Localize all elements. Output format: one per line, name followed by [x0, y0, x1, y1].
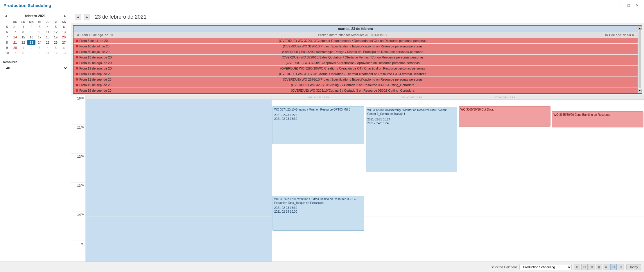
cal-day[interactable]: 6 — [60, 45, 68, 50]
cal-day[interactable]: 4 — [44, 45, 52, 50]
cal-day[interactable]: 8 — [19, 29, 27, 35]
view-icon-2[interactable]: ⊟ — [581, 264, 588, 270]
cal-prev-btn[interactable]: ◄ — [3, 14, 9, 18]
event-title: WO 3374/20/10 Grinding / Moer on Resourc… — [274, 108, 363, 111]
cal-day[interactable]: 4 — [44, 24, 52, 29]
overdue-desc: (OVERDUE) WO 3290/10/Project Specificati… — [122, 45, 583, 48]
overdue-row[interactable]: ◄ From 13 de ago. de 19Broken Interrupti… — [73, 32, 638, 38]
window-restore-btn[interactable]: □ — [626, 3, 632, 8]
cal-day[interactable]: 18 — [44, 35, 52, 40]
cal-day[interactable]: 25 — [44, 40, 52, 45]
overdue-row[interactable]: From 30 de jul. de 20(OVERDUE) WO 3290/1… — [73, 49, 638, 55]
cal-day[interactable]: 21 — [11, 40, 19, 45]
cal-day[interactable]: 12 — [52, 29, 60, 35]
cal-day[interactable]: 11 — [44, 50, 52, 56]
cal-day-vi: VI — [52, 20, 60, 24]
cal-day[interactable]: 2 — [27, 45, 35, 50]
resource-section: Resource All — [3, 60, 68, 71]
event-wo3365-edgebanding[interactable]: WO 3365/50/20 Edge Banding on Resource — [552, 111, 644, 127]
overdue-row[interactable]: From 19 de ago. de 20(OVERDUE) WO 3290/1… — [73, 66, 638, 71]
cal-day[interactable]: 10 — [35, 29, 44, 35]
view-icon-1[interactable]: ⊞ — [574, 264, 580, 270]
cal-day[interactable]: 6 — [60, 24, 68, 29]
cal-day[interactable]: 3 — [35, 24, 44, 29]
cal-day[interactable]: 12 — [52, 50, 60, 56]
ts-col5: 2021-02-23 13:13 — [458, 95, 551, 99]
overdue-row[interactable]: From 11 de sep. de 20(OVERDUE) WO 3112/1… — [73, 71, 638, 77]
cal-day[interactable]: 9 — [27, 29, 35, 35]
cal-week-num: 9 — [3, 45, 11, 50]
scroll-down-btn[interactable]: ▼ — [638, 89, 642, 93]
overdue-row[interactable]: From 19 de ago. de 20(OVERDUE) WO 3290/1… — [73, 60, 638, 66]
cal-day[interactable]: 10 — [35, 50, 44, 56]
cal-next-btn[interactable]: ► — [62, 14, 68, 18]
ts-col6 — [551, 95, 644, 99]
view-icon-7[interactable]: ⊞ — [618, 264, 624, 270]
event-wo3374-grinding[interactable]: WO 3374/20/10 Grinding / Moer on Resourc… — [272, 106, 364, 144]
window-menu-btn[interactable]: ··· — [617, 3, 623, 8]
window-close-btn[interactable]: ✕ — [634, 3, 641, 8]
cal-day[interactable]: 20 — [60, 35, 68, 40]
cal-day[interactable]: 22 — [19, 40, 27, 45]
overdue-desc: (OVERDUE) WO 3203/10/Cutting 2 / Cortado… — [122, 83, 583, 87]
cal-day[interactable]: 3 — [35, 45, 44, 50]
ts-col1 — [86, 95, 179, 99]
cal-day[interactable]: 1 — [19, 45, 27, 50]
today-button[interactable]: Today — [626, 264, 641, 270]
overdue-row[interactable]: From 15 de sep. de 20(OVERDUE) WO 3203/1… — [73, 82, 638, 88]
overdue-row[interactable]: From 16 de jul. de 20(OVERDUE) WO 3290/1… — [73, 44, 638, 49]
cal-day[interactable]: 2 — [27, 24, 35, 29]
cal-day[interactable]: 14 — [11, 35, 19, 40]
view-icon-4[interactable]: ▦ — [596, 264, 602, 270]
cal-day[interactable]: 5 — [52, 45, 60, 50]
cal-day[interactable]: 26 — [52, 40, 60, 45]
cal-day[interactable]: 28 — [11, 45, 19, 50]
view-icon-6-active[interactable]: ⊡ — [610, 264, 617, 270]
cal-day[interactable]: 15 — [19, 35, 27, 40]
hour-line — [551, 158, 644, 158]
overdue-row[interactable]: From 15 de sep. de 20(OVERDUE) WO 3203/1… — [73, 88, 638, 93]
scroll-thumb[interactable] — [638, 30, 641, 88]
cal-day[interactable]: 19 — [52, 35, 60, 40]
data-col-4: WO 3365/80/10 Assembly / Montar on Resou… — [365, 100, 458, 262]
event-wo3365-cutdoor[interactable]: WO 3365/50/10 Cut Door: — [459, 106, 550, 127]
overdue-from: ◄ From 13 de ago. de 19 — [76, 33, 122, 37]
resource-select[interactable]: All — [3, 65, 68, 71]
cal-day[interactable]: 7 — [11, 29, 19, 35]
app-title: Production Scheduling — [3, 3, 51, 8]
date-prev-btn[interactable]: ◄ — [75, 14, 81, 20]
cal-day[interactable]: 24 — [35, 40, 44, 45]
time-cell-arrow: ▼ — [71, 241, 85, 250]
cal-day[interactable]: 1 — [19, 24, 27, 29]
cal-day-ju: JU — [44, 20, 52, 24]
cal-day[interactable]: 8 — [19, 50, 27, 56]
overdue-row[interactable]: From 6 de jul. de 20(OVERDUE) WO 3290/10… — [73, 38, 638, 44]
hour-line — [272, 158, 365, 158]
view-icon-5[interactable]: ≡ — [603, 264, 609, 270]
event-time1: 2021-02-23 13:30 — [274, 206, 363, 210]
view-icon-3[interactable]: ⊠ — [589, 264, 595, 270]
ts-col4: 2021-02-23 10:13 — [365, 95, 458, 99]
cal-day[interactable]: 7 — [11, 50, 19, 56]
overdue-row[interactable]: From 11 de sep. de 20(OVERDUE) WO 2876/1… — [73, 77, 638, 82]
cal-day[interactable]: 5 — [52, 24, 60, 29]
hour-line — [365, 187, 458, 187]
data-columns: WO 3374/20/10 Grinding / Moer on Resourc… — [86, 100, 644, 262]
scroll-up-btn[interactable]: ▲ — [638, 26, 642, 30]
event-wo3374-extraction[interactable]: WO 3374/20/20 Extraction / Extrair Resin… — [272, 196, 364, 231]
cal-day[interactable]: 23 — [27, 40, 35, 45]
cal-day[interactable]: 9 — [27, 50, 35, 56]
cal-day[interactable]: 16 — [27, 35, 35, 40]
overdue-scrollbar[interactable]: ▲ ▼ — [638, 26, 642, 93]
cal-day[interactable]: 13 — [60, 50, 68, 56]
cal-day[interactable]: 27 — [60, 40, 68, 45]
cal-day[interactable]: 31 — [11, 24, 19, 29]
data-col-2 — [179, 100, 272, 262]
cal-day[interactable]: 17 — [35, 35, 44, 40]
cal-day[interactable]: 11 — [44, 29, 52, 35]
event-wo3365-assembly[interactable]: WO 3365/80/10 Assembly / Montar on Resou… — [366, 107, 458, 172]
calendar-select[interactable]: Production Scheduling — [519, 264, 572, 270]
date-next-btn[interactable]: ► — [84, 14, 90, 20]
cal-day[interactable]: 13 — [60, 29, 68, 35]
overdue-row[interactable]: From 13 de ago. de 20(OVERDUE) WO 3290/1… — [73, 55, 638, 60]
